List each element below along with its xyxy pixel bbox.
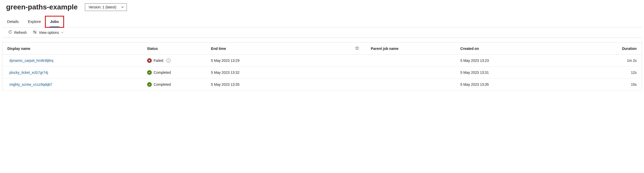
refresh-label: Refresh [14, 31, 27, 35]
tabs: Details Explore Jobs [0, 13, 644, 27]
duration-cell: 1m 2s [610, 55, 642, 67]
tab-explore[interactable]: Explore [27, 17, 42, 27]
toolbar: Refresh View options [2, 27, 642, 38]
col-header-display-name[interactable]: Display name [2, 42, 143, 55]
created-on-cell: 5 May 2023 13:23 [456, 55, 610, 67]
col-header-duration[interactable]: Duration [610, 42, 642, 55]
status-text: Completed [154, 70, 171, 75]
version-label: Version: 1 (latest) [89, 5, 116, 9]
favorite-cell[interactable] [348, 79, 367, 91]
svg-point-1 [34, 31, 35, 32]
star-icon [355, 47, 359, 51]
error-icon [147, 58, 152, 63]
tab-jobs-label: Jobs [50, 19, 59, 24]
favorite-cell[interactable] [348, 67, 367, 79]
sliders-icon [33, 30, 37, 35]
tab-details[interactable]: Details [6, 17, 20, 27]
table-row: dynamic_carpet_hm8r9lj8rqFailedi5 May 20… [2, 55, 642, 67]
job-link[interactable]: dynamic_carpet_hm8r9lj8rq [9, 59, 53, 63]
created-on-cell: 5 May 2023 13:31 [456, 67, 610, 79]
job-link[interactable]: plucky_ticket_xcfz7gr74j [9, 70, 48, 75]
success-icon [147, 70, 152, 75]
version-dropdown[interactable]: Version: 1 (latest) [85, 3, 127, 11]
success-icon [147, 82, 152, 87]
view-options-button[interactable]: View options [33, 30, 64, 35]
col-header-status[interactable]: Status [143, 42, 207, 55]
chevron-down-icon [121, 6, 124, 9]
duration-cell: 12s [610, 67, 642, 79]
chevron-down-icon [61, 31, 64, 35]
col-header-created[interactable]: Created on [456, 42, 610, 55]
job-link[interactable]: mighty_screw_s1cz9qdqb7 [9, 82, 52, 86]
svg-point-3 [35, 32, 36, 33]
status-text: Failed [154, 59, 163, 63]
table-row: plucky_ticket_xcfz7gr74jCompleted5 May 2… [2, 67, 642, 79]
table-row: mighty_screw_s1cz9qdqb7Completed5 May 20… [2, 79, 642, 91]
refresh-icon [8, 30, 12, 35]
jobs-table: Display name Status End time Parent job … [2, 42, 642, 91]
created-on-cell: 5 May 2023 13:35 [456, 79, 610, 91]
refresh-button[interactable]: Refresh [8, 30, 27, 35]
info-icon[interactable]: i [166, 59, 171, 63]
parent-cell [367, 79, 456, 91]
end-time-cell: 5 May 2023 13:29 [207, 55, 348, 67]
tab-jobs[interactable]: Jobs [49, 17, 60, 27]
col-header-end-time[interactable]: End time [207, 42, 348, 55]
view-options-label: View options [39, 31, 59, 35]
status-text: Completed [154, 82, 171, 86]
parent-cell [367, 55, 456, 67]
page-title: green-paths-example [6, 3, 78, 11]
col-header-favorite[interactable] [348, 42, 367, 55]
end-time-cell: 5 May 2023 13:32 [207, 67, 348, 79]
col-header-parent[interactable]: Parent job name [367, 42, 456, 55]
duration-cell: 15s [610, 79, 642, 91]
parent-cell [367, 67, 456, 79]
favorite-cell[interactable] [348, 55, 367, 67]
end-time-cell: 5 May 2023 13:35 [207, 79, 348, 91]
